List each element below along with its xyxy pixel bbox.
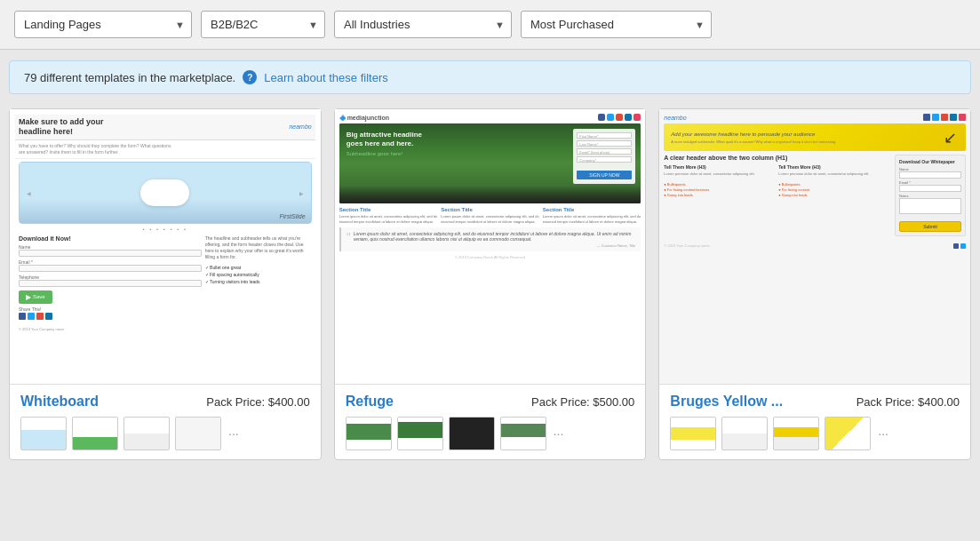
- refuge-footer-text: © 2013 Company Name All Rights Reserved: [339, 255, 641, 259]
- bruges-thumb-3[interactable]: [773, 417, 819, 450]
- help-icon[interactable]: ?: [243, 70, 257, 84]
- bruges-thumb-1[interactable]: [670, 417, 716, 450]
- template-count-text: 79 different templates in the marketplac…: [24, 71, 235, 84]
- filter-bar: Landing Pages Email Templates Thank You …: [0, 0, 980, 50]
- industry-filter-wrap: All Industries Technology Finance ▼: [334, 11, 512, 38]
- template-card-refuge: 🔷 mediajunction Big attractive headlineg…: [334, 108, 647, 460]
- whiteboard-footer-text: © 2013 Your Company name: [15, 325, 315, 333]
- whiteboard-more-icon[interactable]: ···: [228, 426, 239, 441]
- refuge-quote: " Lorem ipsum dolor sit amet, consectetu…: [339, 227, 641, 251]
- bruges-neambo-logo: neambo: [664, 115, 686, 121]
- whiteboard-neambo-logo: neambo: [289, 123, 311, 130]
- whiteboard-save-button[interactable]: ▶ Save: [19, 290, 52, 304]
- templates-grid: Make sure to add yourheadline here! neam…: [0, 105, 980, 474]
- whiteboard-share-label: Share This!: [19, 306, 202, 312]
- whiteboard-name-link[interactable]: Whiteboard: [20, 394, 99, 410]
- refuge-content-columns: Section Title Lorem ipsum dolor sit amet…: [339, 207, 641, 224]
- industry-filter[interactable]: All Industries Technology Finance: [334, 11, 512, 38]
- refuge-more-icon[interactable]: ···: [554, 426, 564, 441]
- sort-filter-wrap: Most Purchased Newest Lowest Price Highe…: [521, 11, 712, 38]
- refuge-header: 🔷 mediajunction: [339, 114, 641, 121]
- whiteboard-thumb-2[interactable]: [72, 417, 118, 450]
- refuge-thumb-1[interactable]: [346, 417, 392, 450]
- bruges-price: Pack Price: $400.00: [857, 395, 960, 409]
- learn-filters-link[interactable]: Learn about these filters: [264, 71, 387, 84]
- refuge-thumb-4[interactable]: [500, 417, 546, 450]
- template-preview-refuge[interactable]: 🔷 mediajunction Big attractive headlineg…: [335, 109, 646, 385]
- refuge-hero-text: Big attractive headlinegoes here and her…: [347, 131, 513, 156]
- audience-filter-wrap: B2B/B2C B2B Only B2C Only ▼: [201, 11, 325, 38]
- refuge-price: Pack Price: $500.00: [531, 395, 634, 409]
- refuge-thumbnail-strip: ···: [335, 413, 646, 450]
- refuge-name-link[interactable]: Refuge: [346, 394, 394, 410]
- bruges-thumbnail-strip: ···: [659, 413, 970, 450]
- whiteboard-thumb-3[interactable]: [123, 417, 170, 450]
- bruges-main-content: A clear header above the two column (H1)…: [664, 155, 966, 236]
- whiteboard-download-label: Download it Now!: [19, 235, 202, 242]
- whiteboard-thumb-1[interactable]: [20, 417, 67, 450]
- info-banner: 79 different templates in the marketplac…: [9, 60, 971, 94]
- bruges-footer: © 2013 Your Company name: [664, 242, 966, 251]
- bruges-h1-text: A clear header above the two column (H1): [664, 155, 889, 161]
- whiteboard-info: Whiteboard Pack Price: $400.00: [10, 385, 321, 413]
- audience-filter[interactable]: B2B/B2C B2B Only B2C Only: [201, 11, 325, 38]
- bruges-submit-button[interactable]: Submit: [899, 221, 961, 232]
- template-card-whiteboard: Make sure to add yourheadline here! neam…: [9, 108, 322, 460]
- whiteboard-thumb-4[interactable]: [175, 417, 221, 450]
- bruges-name-link[interactable]: Bruges Yellow ...: [670, 394, 783, 410]
- template-preview-bruges[interactable]: neambo Add your awesome headline here to…: [659, 109, 970, 385]
- refuge-thumb-2[interactable]: [397, 417, 443, 450]
- whiteboard-thumbnail-strip: ···: [10, 413, 321, 450]
- bruges-info: Bruges Yellow ... Pack Price: $400.00: [659, 385, 970, 413]
- bruges-thumb-4[interactable]: [825, 417, 871, 450]
- whiteboard-carousel-dots: • • • • • • •: [15, 227, 315, 232]
- type-filter-wrap: Landing Pages Email Templates Thank You …: [14, 11, 192, 38]
- refuge-thumb-3[interactable]: [449, 417, 495, 450]
- refuge-signup-button[interactable]: SIGN UP NOW: [577, 171, 632, 179]
- template-card-bruges: neambo Add your awesome headline here to…: [658, 108, 971, 460]
- refuge-form: First Name* Last Name* Email* (best phot…: [573, 129, 635, 184]
- refuge-info: Refuge Pack Price: $500.00: [335, 385, 646, 413]
- template-preview-whiteboard[interactable]: Make sure to add yourheadline here! neam…: [10, 109, 321, 385]
- bruges-hero-banner: Add your awesome headline here to persua…: [664, 123, 966, 151]
- whiteboard-price: Pack Price: $400.00: [206, 395, 309, 409]
- sort-filter[interactable]: Most Purchased Newest Lowest Price Highe…: [521, 11, 712, 38]
- type-filter[interactable]: Landing Pages Email Templates Thank You …: [14, 11, 192, 38]
- bruges-more-icon[interactable]: ···: [878, 426, 888, 441]
- refuge-logo: 🔷 mediajunction: [339, 115, 389, 121]
- whiteboard-description-text: The headline and subheader tells us what…: [205, 235, 312, 260]
- refuge-hero: Big attractive headlinegoes here and her…: [339, 123, 641, 203]
- bruges-download-title: Download Our Whitepaper: [899, 159, 961, 164]
- bruges-header: neambo: [664, 114, 966, 121]
- refuge-social-icons: [598, 114, 641, 121]
- bruges-thumb-2[interactable]: [721, 417, 768, 450]
